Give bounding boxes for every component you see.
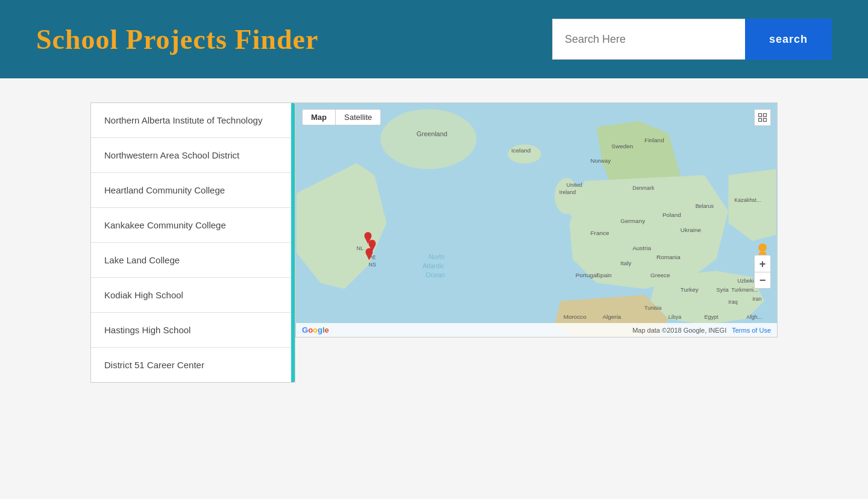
main-content: Northern Alberta Institute of Technology… [0,78,868,407]
svg-rect-1 [764,114,767,117]
zoom-in-button[interactable]: + [754,255,771,272]
map-type-controls: Map Satellite [302,109,381,125]
search-button[interactable]: search [745,19,832,60]
terms-link[interactable]: Terms of Use [732,327,771,334]
svg-text:NL: NL [357,245,363,251]
school-list-panel: Northern Alberta Institute of Technology… [90,102,295,383]
svg-text:Iran: Iran [752,296,761,302]
svg-text:Morocco: Morocco [564,313,587,320]
svg-text:Finland: Finland [644,137,664,143]
list-item[interactable]: District 51 Career Center [91,348,295,382]
svg-text:Ukraine: Ukraine [681,227,702,233]
svg-text:Belarus: Belarus [696,203,714,209]
google-logo: Google [302,325,329,334]
map-fullscreen-button[interactable] [754,109,771,126]
svg-text:NS: NS [368,262,376,268]
list-item[interactable]: Hastings High School [91,313,295,348]
list-item[interactable]: Kankakee Community College [91,208,295,243]
svg-text:Ocean: Ocean [426,271,445,278]
svg-text:Greenland: Greenland [417,130,447,137]
svg-text:France: France [591,230,609,236]
map-footer: Google Map data ©2018 Google, INEGI Term… [296,323,777,337]
zoom-out-button[interactable]: − [754,272,771,289]
header: School Projects Finder search [0,0,868,78]
search-area: search [552,19,832,60]
list-item[interactable]: Heartland Community College [91,173,295,208]
svg-text:Denmark: Denmark [632,185,655,191]
svg-text:Spain: Spain [596,272,611,278]
map-data-text: Map data ©2018 Google, INEGI [632,327,726,334]
svg-text:Kazakhst...: Kazakhst... [734,197,761,203]
zoom-controls: + − [754,255,771,289]
map-container[interactable]: Map Satellite Greenland [296,103,777,337]
svg-point-60 [758,243,767,252]
list-item[interactable]: Kodiak High School [91,278,295,313]
svg-text:Portugal: Portugal [576,272,598,278]
svg-text:Norway: Norway [591,157,611,164]
svg-text:Turkey: Turkey [681,286,699,293]
svg-text:Iraq: Iraq [728,299,737,305]
svg-rect-3 [764,119,767,122]
svg-rect-0 [759,114,762,117]
svg-text:Afgh...: Afgh... [746,314,762,320]
svg-text:Egypt: Egypt [705,314,719,320]
svg-rect-2 [759,119,762,122]
svg-text:Atlantic: Atlantic [423,262,444,269]
svg-text:Iceland: Iceland [511,147,530,154]
svg-text:Algeria: Algeria [602,313,621,320]
map-panel[interactable]: Map Satellite Greenland [295,102,778,337]
list-item[interactable]: Northern Alberta Institute of Technology [91,103,295,138]
page-title: School Projects Finder [36,24,318,55]
list-item[interactable]: Lake Land College [91,243,295,278]
map-tab-satellite[interactable]: Satellite [336,109,381,125]
search-input[interactable] [552,19,745,60]
map-attribution: Map data ©2018 Google, INEGI Terms of Us… [632,327,771,334]
svg-text:Germany: Germany [620,218,645,224]
svg-text:North: North [429,253,445,260]
svg-text:Libya: Libya [668,314,681,320]
svg-text:Poland: Poland [662,212,681,218]
svg-text:Italy: Italy [620,260,631,266]
svg-text:Austria: Austria [632,245,651,251]
svg-text:Greece: Greece [650,272,670,278]
map-tab-map[interactable]: Map [302,109,336,125]
svg-text:Ireland: Ireland [559,189,576,195]
svg-text:Sweden: Sweden [611,143,633,149]
svg-point-5 [380,109,476,169]
map-svg: Greenland Iceland Sweden Finland Norway … [296,103,777,337]
svg-text:Tunisia: Tunisia [644,305,662,311]
svg-text:Romania: Romania [656,254,681,260]
svg-text:Syria: Syria [716,287,728,293]
list-item[interactable]: Northwestern Area School District [91,138,295,173]
